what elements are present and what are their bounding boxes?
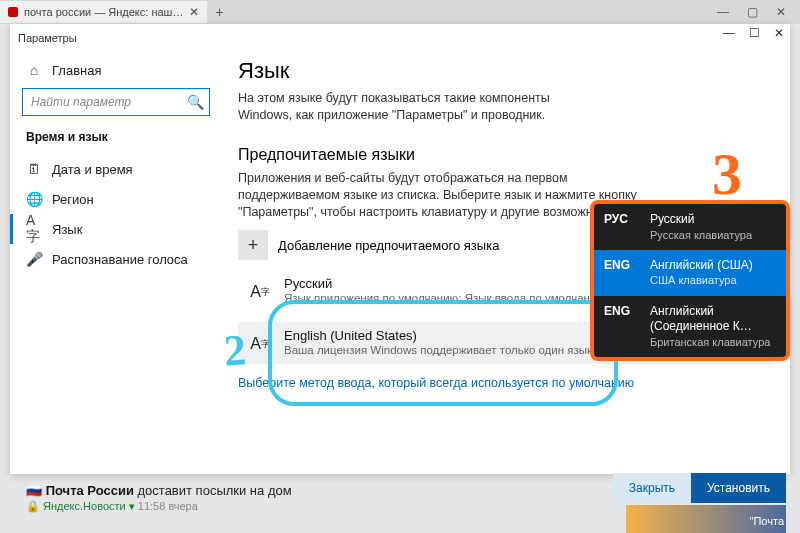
page-bottom-overlay: Закрыть Установить 🇷🇺 Почта России доста… <box>0 475 800 533</box>
sidebar-item-language[interactable]: A字 Язык <box>10 214 220 244</box>
flyout-keyboard-name: Русская клавиатура <box>650 228 776 242</box>
sidebar-item-home[interactable]: ⌂ Главная <box>22 58 220 88</box>
annotation-number-3: 3 <box>712 140 742 209</box>
settings-sidebar: ⌂ Главная 🔍 Время и язык 🗓 Дата и время … <box>10 52 220 474</box>
browser-tab-bar: почта россии — Яндекс: наш… ✕ + <box>0 0 800 24</box>
settings-window-title: Параметры <box>18 32 77 44</box>
news-snippet[interactable]: 🇷🇺 Почта России доставит посылки на дом … <box>26 483 292 513</box>
install-snackbar: Закрыть Установить <box>613 473 786 503</box>
settings-window-controls: — ☐ ✕ <box>723 26 784 40</box>
home-icon: ⌂ <box>26 62 42 78</box>
news-source: Яндекс.Новости <box>43 500 126 512</box>
calendar-icon: 🗓 <box>26 161 42 177</box>
annotation-circle-2 <box>268 300 618 406</box>
page-title: Язык <box>238 58 772 84</box>
tab-title: почта россии — Яндекс: наш… <box>24 6 183 18</box>
settings-search-input[interactable] <box>29 94 187 110</box>
plus-icon[interactable]: + <box>238 230 268 260</box>
yandex-icon <box>8 7 18 17</box>
home-label: Главная <box>52 63 101 78</box>
sidebar-item-datetime[interactable]: 🗓 Дата и время <box>22 154 220 184</box>
microphone-icon: 🎤 <box>26 251 42 267</box>
desktop-bg: почта россии — Яндекс: наш… ✕ + — ▢ ✕ Па… <box>0 0 800 533</box>
input-language-flyout: РУС Русский Русская клавиатура ENG Англи… <box>590 200 790 361</box>
flyout-lang-name: Английский (США) <box>650 258 776 274</box>
news-title-bold: Почта России <box>46 483 134 498</box>
nav-label: Дата и время <box>52 162 133 177</box>
language-code: ENG <box>604 304 640 349</box>
settings-titlebar: Параметры <box>10 24 790 52</box>
settings-close-button[interactable]: ✕ <box>774 26 784 40</box>
flyout-lang-name: Русский <box>650 212 776 228</box>
sidebar-section-title: Время и язык <box>26 130 220 144</box>
language-code: ENG <box>604 258 640 288</box>
browser-tab[interactable]: почта россии — Яндекс: наш… ✕ <box>0 1 207 23</box>
settings-maximize-button[interactable]: ☐ <box>749 26 760 40</box>
add-language-label: Добавление предпочитаемого языка <box>278 238 499 253</box>
globe-icon: 🌐 <box>26 191 42 207</box>
page-subtitle: На этом языке будут показываться такие к… <box>238 90 578 124</box>
sidebar-item-region[interactable]: 🌐 Регион <box>22 184 220 214</box>
settings-minimize-button[interactable]: — <box>723 26 735 40</box>
flyout-item-english-uk[interactable]: ENG Английский (Соединенное К… Британска… <box>594 296 786 357</box>
nav-label: Регион <box>52 192 94 207</box>
browser-window-controls: — ▢ ✕ <box>703 0 800 24</box>
nav-label: Язык <box>52 222 82 237</box>
browser-close-button[interactable]: ✕ <box>776 5 786 19</box>
snackbar-close-button[interactable]: Закрыть <box>613 473 691 503</box>
annotation-number-2: 2 <box>222 324 248 376</box>
browser-minimize-button[interactable]: — <box>717 5 729 19</box>
flyout-keyboard-name: Британская клавиатура <box>650 335 776 349</box>
news-peek-text: "Почта <box>750 515 784 527</box>
flyout-item-russian[interactable]: РУС Русский Русская клавиатура <box>594 204 786 250</box>
news-thumbnail <box>626 505 786 533</box>
news-title-rest: доставит посылки на дом <box>134 483 292 498</box>
search-icon: 🔍 <box>187 94 203 110</box>
language-glyph-icon: A字 <box>246 278 274 306</box>
tab-close-icon[interactable]: ✕ <box>189 5 199 19</box>
news-time: 11:58 вчера <box>138 500 198 512</box>
nav-label: Распознавание голоса <box>52 252 188 267</box>
preferred-languages-desc: Приложения и веб-сайты будут отображатьс… <box>238 170 638 221</box>
settings-search-box[interactable]: 🔍 <box>22 88 210 116</box>
browser-maximize-button[interactable]: ▢ <box>747 5 758 19</box>
sidebar-item-speech[interactable]: 🎤 Распознавание голоса <box>22 244 220 274</box>
snackbar-install-button[interactable]: Установить <box>691 473 786 503</box>
flyout-keyboard-name: США клавиатура <box>650 273 776 287</box>
preferred-languages-heading: Предпочитаемые языки <box>238 146 772 164</box>
new-tab-button[interactable]: + <box>207 4 231 20</box>
language-code: РУС <box>604 212 640 242</box>
flyout-item-english-us[interactable]: ENG Английский (США) США клавиатура <box>594 250 786 296</box>
language-icon: A字 <box>26 221 42 237</box>
flyout-lang-name: Английский (Соединенное К… <box>650 304 776 335</box>
